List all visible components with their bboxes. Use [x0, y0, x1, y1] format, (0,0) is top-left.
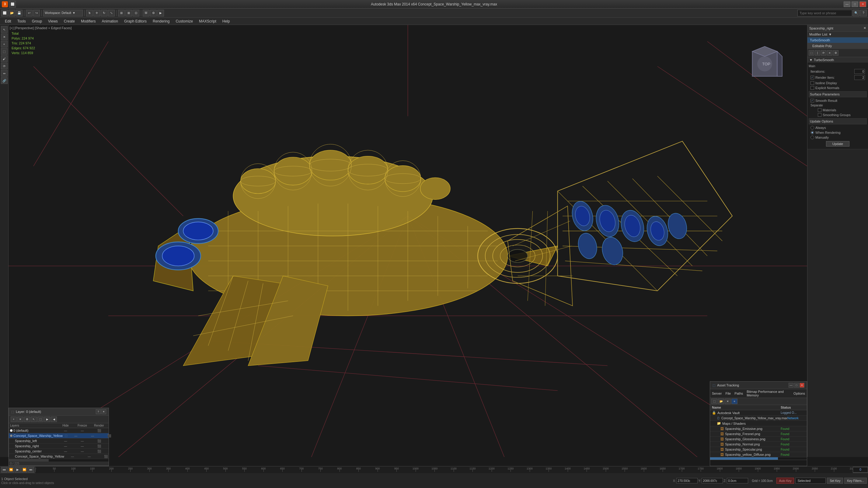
layer-collapse-btn[interactable]: ◀	[51, 417, 57, 422]
asset-menu-paths[interactable]: Paths	[735, 392, 743, 395]
autokey-button[interactable]: Auto Key	[776, 478, 794, 484]
menu-graph-editors[interactable]: Graph Editors	[121, 18, 150, 25]
layer-row-5[interactable]: Concept_Space_Warship_Yellow — — ⬛	[9, 454, 108, 459]
next-frame-btn[interactable]: ⏩	[21, 467, 27, 473]
mod-tab-1[interactable]: ⬚	[809, 50, 814, 56]
layer-hide-2[interactable]: —	[57, 440, 74, 443]
asset-row-fresnel[interactable]: 🖼 Spaceship_Fresnel.png Found	[710, 431, 807, 436]
asset-row-glossiness[interactable]: 🖼 Spaceship_Glossiness.png Found	[710, 436, 807, 442]
layer-row[interactable]: 0 (default) — — ⬛	[9, 428, 108, 433]
menu-edit[interactable]: Edit	[2, 18, 14, 25]
layer-freeze-0[interactable]: —	[74, 429, 91, 432]
asset-btn-1[interactable]: ⬚	[711, 399, 717, 404]
turbosmooth-header[interactable]: ▼ TurboSmooth	[807, 57, 868, 63]
menu-maxscript[interactable]: MAXScript	[196, 18, 219, 25]
layer-render-5[interactable]: ⬛	[98, 455, 114, 458]
asset-menu-bitmap[interactable]: Bitmap Performance and Memory	[747, 390, 790, 397]
layer-children-btn[interactable]: ⬚	[37, 417, 43, 422]
toolbar-snap3[interactable]: ⊡	[133, 10, 140, 17]
toolbar-redo[interactable]: ↪	[33, 10, 40, 17]
asset-menu-file[interactable]: File	[725, 392, 731, 395]
toolbar-snap2[interactable]: ⊠	[125, 10, 132, 17]
menu-help[interactable]: Help	[219, 18, 233, 25]
menu-group[interactable]: Group	[29, 18, 45, 25]
toolbar-snap[interactable]: ⊞	[118, 10, 125, 17]
update-options-header[interactable]: Update Options	[809, 118, 867, 124]
layer-freeze-1[interactable]: —	[84, 434, 101, 437]
menu-rendering[interactable]: Rendering	[150, 18, 173, 25]
layer-row-4[interactable]: Spaceship_center — — ⬛	[9, 449, 108, 454]
left-mirror-btn[interactable]: ⇔	[1, 70, 8, 77]
layer-freeze-4[interactable]: —	[74, 450, 91, 453]
toolbar-undo[interactable]: ↩	[26, 10, 33, 17]
asset-row-vault[interactable]: 🔒 Autodesk Vault Logged O...	[710, 410, 807, 416]
left-box-btn[interactable]: ⬚	[1, 48, 8, 55]
isoline-checkbox[interactable]	[810, 81, 814, 85]
layer-freeze-3[interactable]: —	[74, 445, 91, 448]
menu-create[interactable]: Create	[61, 18, 78, 25]
layer-scrollbar[interactable]	[9, 459, 108, 461]
mod-tab-3[interactable]: ⟳	[821, 50, 826, 56]
layer-close-btn[interactable]: ✕	[101, 409, 106, 414]
asset-row-max[interactable]: 🗋 Concept_Space_Warship_Yellow_max_vray.…	[710, 416, 807, 421]
workspace-dropdown[interactable]: Workspace: Default ▼	[43, 10, 83, 17]
layer-expand-btn[interactable]: ▶	[44, 417, 50, 422]
left-select-btn[interactable]: ↖	[1, 26, 8, 33]
viewport-area[interactable]: [+] [Perspective] [Shaded + Edged Faces]…	[8, 25, 807, 457]
layer-new-btn[interactable]: +	[11, 417, 17, 422]
toolbar-rotate[interactable]: ↻	[101, 10, 107, 17]
key-filters-button[interactable]: Key Filters...	[844, 478, 867, 484]
panel-close-icon[interactable]: ✕	[863, 26, 866, 30]
asset-btn-2[interactable]: 📂	[718, 399, 724, 404]
layer-freeze-5[interactable]: —	[81, 455, 98, 458]
layer-render-3[interactable]: ⬛	[91, 445, 107, 448]
asset-btn-4-active[interactable]: ≡	[732, 399, 738, 404]
mod-tab-5[interactable]: ⚙	[833, 50, 838, 56]
toolbar-new[interactable]: ⬜	[1, 10, 8, 17]
layer-row-2[interactable]: Spaceship_left — — ⬛	[9, 438, 108, 444]
menu-animation[interactable]: Animation	[99, 18, 121, 25]
toolbar-select[interactable]: 🖱	[86, 10, 93, 17]
help-button[interactable]: ?	[860, 10, 867, 17]
layer-render-2[interactable]: ⬛	[91, 440, 107, 443]
asset-minimize-btn[interactable]: —	[788, 383, 794, 388]
surface-params-header[interactable]: Surface Parameters	[809, 91, 867, 97]
file-menu-icon[interactable]: ⬜	[9, 1, 16, 8]
layer-render-4[interactable]: ⬛	[91, 450, 107, 453]
menu-customize[interactable]: Customize	[173, 18, 196, 25]
toolbar-move[interactable]: ✛	[93, 10, 100, 17]
layer-row-selected[interactable]: Concept_Space_Warship_Yellow ⬚ — — ⬛	[9, 433, 108, 438]
layer-row-3[interactable]: Spaceship_right — — ⬛	[9, 444, 108, 449]
mod-tab-2[interactable]: |	[815, 50, 820, 56]
z-coord-input[interactable]	[727, 478, 748, 483]
manually-radio[interactable]	[810, 136, 814, 139]
layer-select-btn[interactable]: ↖	[31, 417, 37, 422]
smoothing-groups-checkbox[interactable]	[818, 113, 822, 117]
layer-hide-1[interactable]: —	[67, 434, 84, 437]
modifier-dropdown-icon[interactable]: ▼	[829, 33, 832, 36]
minimize-button[interactable]: —	[844, 2, 850, 7]
left-cross-btn[interactable]: ✕	[1, 33, 8, 40]
layer-hide-5[interactable]: —	[64, 455, 81, 458]
toolbar-open[interactable]: 📂	[8, 10, 15, 17]
prev-frame-btn[interactable]: ⏪	[8, 467, 14, 473]
left-plus-btn[interactable]: +	[1, 41, 8, 47]
render-iters-checkbox[interactable]	[810, 76, 814, 79]
asset-row-specular[interactable]: 🖼 Spaceship_Specular.png Found	[710, 447, 807, 452]
explicit-normals-checkbox[interactable]	[810, 86, 814, 90]
asset-menu-server[interactable]: Server	[712, 392, 722, 395]
go-end-btn[interactable]: ⏭	[28, 467, 34, 473]
update-button[interactable]: Update	[826, 141, 849, 147]
layer-render-1[interactable]: ⬛	[101, 434, 118, 437]
menu-tools[interactable]: Tools	[14, 18, 29, 25]
go-start-btn[interactable]: ⏮	[1, 467, 7, 473]
left-link-btn[interactable]: 🔗	[1, 77, 8, 84]
asset-menu-options[interactable]: Options	[794, 392, 805, 395]
close-button[interactable]: ✕	[860, 2, 866, 7]
search-button[interactable]: 🔍	[853, 10, 860, 17]
menu-modifiers[interactable]: Modifiers	[78, 18, 99, 25]
asset-btn-3[interactable]: ✕	[725, 399, 731, 404]
setkey-button[interactable]: Set Key	[827, 478, 843, 484]
toolbar-save[interactable]: 💾	[16, 10, 23, 17]
asset-maximize-btn[interactable]: □	[794, 383, 799, 388]
